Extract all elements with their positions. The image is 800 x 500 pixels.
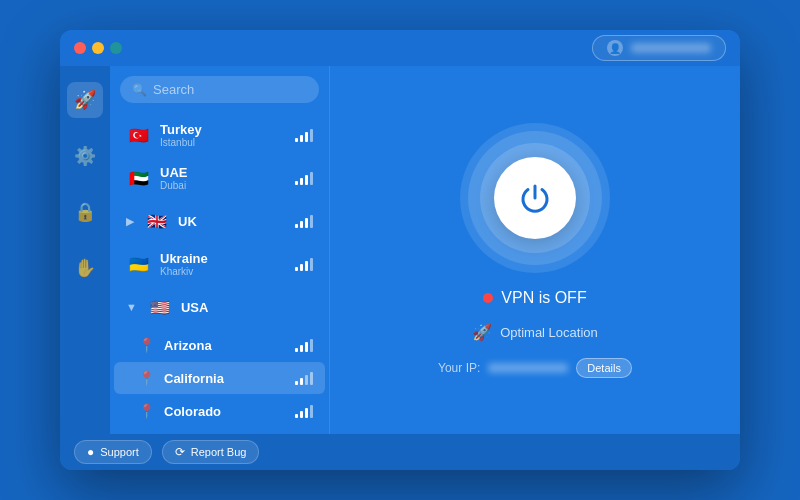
pin-icon-california: 📍 bbox=[136, 370, 156, 386]
power-button-middle bbox=[480, 143, 590, 253]
user-email bbox=[631, 43, 711, 53]
flag-ukraine: 🇺🇦 bbox=[126, 251, 152, 277]
server-city-turkey: Istanbul bbox=[160, 137, 287, 148]
signal-bar bbox=[300, 411, 303, 418]
power-icon bbox=[517, 180, 553, 216]
flag-usa: 🇺🇸 bbox=[147, 294, 173, 320]
search-icon: 🔍 bbox=[132, 83, 147, 97]
sidebar-icon-rocket[interactable]: 🚀 bbox=[67, 82, 103, 118]
server-item-arizona[interactable]: 📍 Arizona bbox=[114, 329, 325, 361]
server-info-arizona: Arizona bbox=[164, 338, 287, 353]
flag-uae: 🇦🇪 bbox=[126, 165, 152, 191]
minimize-button[interactable] bbox=[92, 42, 104, 54]
server-info-uae: UAE Dubai bbox=[160, 165, 287, 191]
signal-bar bbox=[300, 345, 303, 352]
power-button-outer bbox=[460, 123, 610, 273]
power-button[interactable] bbox=[494, 157, 576, 239]
chevron-down-icon: ▼ bbox=[126, 301, 137, 313]
support-button[interactable]: ● Support bbox=[74, 440, 152, 464]
signal-bar bbox=[300, 135, 303, 142]
signal-arizona bbox=[295, 338, 313, 352]
right-panel: VPN is OFF 🚀 Optimal Location Your IP: D… bbox=[330, 66, 740, 434]
signal-turkey bbox=[295, 128, 313, 142]
server-name-uae: UAE bbox=[160, 165, 287, 180]
signal-uk bbox=[295, 214, 313, 228]
pin-icon-colorado: 📍 bbox=[136, 403, 156, 419]
server-list: 🇹🇷 Turkey Istanbul 🇦🇪 bbox=[110, 113, 329, 434]
server-name-uk: UK bbox=[178, 214, 287, 229]
signal-bar bbox=[300, 221, 303, 228]
search-box: 🔍 bbox=[120, 76, 319, 103]
server-item-ukraine[interactable]: 🇺🇦 Ukraine Kharkiv bbox=[114, 243, 325, 285]
bottom-bar: ● Support ⟳ Report Bug bbox=[60, 434, 740, 470]
signal-bar bbox=[295, 224, 298, 228]
server-name-colorado: Colorado bbox=[164, 404, 287, 419]
server-name-arizona: Arizona bbox=[164, 338, 287, 353]
sidebar: 🚀 ⚙️ 🔒 ✋ bbox=[60, 66, 110, 434]
sidebar-icon-lock[interactable]: 🔒 bbox=[67, 194, 103, 230]
report-label: Report Bug bbox=[191, 446, 247, 458]
signal-california bbox=[295, 371, 313, 385]
vpn-status: VPN is OFF bbox=[483, 289, 586, 307]
sidebar-icon-settings[interactable]: ⚙️ bbox=[67, 138, 103, 174]
vpn-status-text: VPN is OFF bbox=[501, 289, 586, 307]
bug-icon: ⟳ bbox=[175, 445, 185, 459]
server-item-turkey[interactable]: 🇹🇷 Turkey Istanbul bbox=[114, 114, 325, 156]
server-item-usa[interactable]: ▼ 🇺🇸 USA bbox=[114, 286, 325, 328]
support-icon: ● bbox=[87, 445, 94, 459]
server-item-uae[interactable]: 🇦🇪 UAE Dubai bbox=[114, 157, 325, 199]
flag-turkey: 🇹🇷 bbox=[126, 122, 152, 148]
user-badge[interactable]: 👤 bbox=[592, 35, 726, 61]
signal-bar bbox=[300, 264, 303, 271]
rocket-small-icon: 🚀 bbox=[472, 323, 492, 342]
signal-bar bbox=[300, 178, 303, 185]
report-bug-button[interactable]: ⟳ Report Bug bbox=[162, 440, 260, 464]
maximize-button[interactable] bbox=[110, 42, 122, 54]
server-info-turkey: Turkey Istanbul bbox=[160, 122, 287, 148]
ip-label: Your IP: bbox=[438, 361, 480, 375]
server-info-usa: USA bbox=[181, 300, 313, 315]
signal-bar bbox=[310, 129, 313, 142]
signal-bar bbox=[305, 132, 308, 142]
server-name-usa: USA bbox=[181, 300, 313, 315]
server-city-uae: Dubai bbox=[160, 180, 287, 191]
signal-ukraine bbox=[295, 257, 313, 271]
signal-bar bbox=[310, 258, 313, 271]
signal-colorado bbox=[295, 404, 313, 418]
server-item-california[interactable]: 📍 California bbox=[114, 362, 325, 394]
signal-bar bbox=[310, 215, 313, 228]
server-item-colorado[interactable]: 📍 Colorado bbox=[114, 395, 325, 427]
details-button[interactable]: Details bbox=[576, 358, 632, 378]
signal-bar bbox=[300, 378, 303, 385]
signal-bar bbox=[310, 405, 313, 418]
close-button[interactable] bbox=[74, 42, 86, 54]
signal-bar bbox=[295, 181, 298, 185]
user-icon: 👤 bbox=[607, 40, 623, 56]
signal-bar bbox=[305, 342, 308, 352]
title-bar: 👤 bbox=[60, 30, 740, 66]
signal-bar bbox=[310, 172, 313, 185]
server-name-california: California bbox=[164, 371, 287, 386]
server-info-ukraine: Ukraine Kharkiv bbox=[160, 251, 287, 277]
signal-bar bbox=[295, 348, 298, 352]
signal-bar bbox=[310, 372, 313, 385]
pin-icon-arizona: 📍 bbox=[136, 337, 156, 353]
server-city-ukraine: Kharkiv bbox=[160, 266, 287, 277]
signal-bar bbox=[295, 138, 298, 142]
server-info-uk: UK bbox=[178, 214, 287, 229]
flag-uk: 🇬🇧 bbox=[144, 208, 170, 234]
main-content: 🚀 ⚙️ 🔒 ✋ 🔍 🇹🇷 Turkey Istanbul bbox=[60, 66, 740, 434]
server-name-turkey: Turkey bbox=[160, 122, 287, 137]
server-name-ukraine: Ukraine bbox=[160, 251, 287, 266]
optimal-location: 🚀 Optimal Location bbox=[472, 323, 598, 342]
sidebar-icon-hand[interactable]: ✋ bbox=[67, 250, 103, 286]
chevron-right-icon: ▶ bbox=[126, 215, 134, 228]
signal-bar bbox=[295, 381, 298, 385]
signal-bar bbox=[305, 261, 308, 271]
server-item-uk[interactable]: ▶ 🇬🇧 UK bbox=[114, 200, 325, 242]
search-input[interactable] bbox=[153, 82, 307, 97]
signal-bar bbox=[295, 267, 298, 271]
signal-bar bbox=[295, 414, 298, 418]
server-info-colorado: Colorado bbox=[164, 404, 287, 419]
ip-address bbox=[488, 363, 568, 373]
